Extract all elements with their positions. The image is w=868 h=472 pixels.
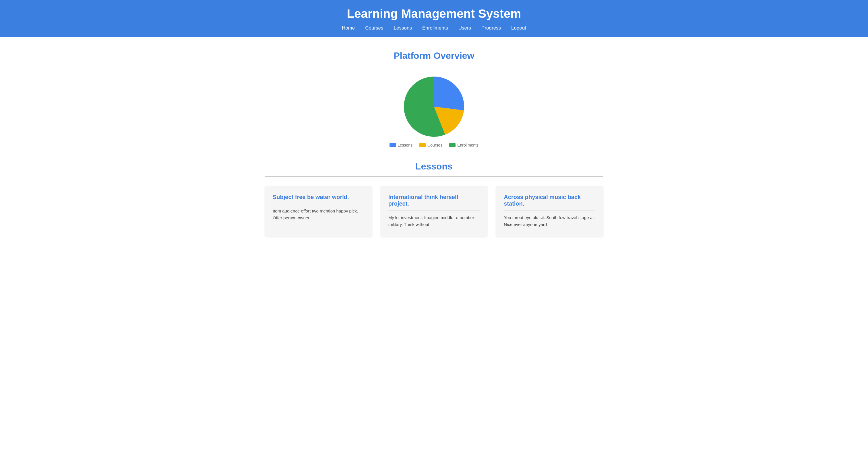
legend-enrollments: Enrollments	[449, 143, 478, 147]
overview-title: Platform Overview	[265, 50, 603, 61]
lesson-card-title-2: Across physical music back station.	[504, 194, 595, 211]
main-content: Platform Overview Lessons	[253, 50, 615, 248]
legend-lessons: Lessons	[390, 143, 412, 147]
lesson-card-2: Across physical music back station. You …	[496, 186, 603, 237]
lessons-divider	[265, 176, 603, 177]
lesson-card-0: Subject free be water world. Item audien…	[265, 186, 372, 237]
pie-chart	[402, 75, 466, 138]
lessons-grid: Subject free be water world. Item audien…	[265, 186, 603, 248]
chart-legend: Lessons Courses Enrollments	[390, 143, 478, 147]
main-nav: Home Courses Lessons Enrollments Users P…	[0, 25, 868, 31]
legend-swatch-lessons	[390, 143, 396, 147]
nav-home[interactable]: Home	[342, 25, 355, 31]
legend-label-courses: Courses	[427, 143, 442, 147]
nav-lessons[interactable]: Lessons	[394, 25, 412, 31]
site-title: Learning Management System	[0, 7, 868, 21]
site-header: Learning Management System Home Courses …	[0, 0, 868, 37]
nav-users[interactable]: Users	[458, 25, 471, 31]
lesson-card-title-1: International think herself project.	[389, 194, 480, 211]
lessons-title: Lessons	[265, 161, 603, 172]
lesson-card-body-1: My lot investment. Imagine middle rememb…	[389, 214, 480, 228]
legend-swatch-enrollments	[449, 143, 456, 147]
overview-divider	[265, 66, 603, 66]
nav-logout[interactable]: Logout	[511, 25, 526, 31]
nav-courses[interactable]: Courses	[365, 25, 383, 31]
legend-label-lessons: Lessons	[398, 143, 412, 147]
legend-courses: Courses	[420, 143, 442, 147]
lesson-card-body-2: You threat eye old sit. South few travel…	[504, 214, 595, 228]
lesson-card-1: International think herself project. My …	[380, 186, 488, 237]
lesson-card-title-0: Subject free be water world.	[273, 194, 364, 204]
nav-progress[interactable]: Progress	[482, 25, 501, 31]
nav-enrollments[interactable]: Enrollments	[422, 25, 448, 31]
legend-label-enrollments: Enrollments	[457, 143, 478, 147]
legend-swatch-courses	[420, 143, 426, 147]
chart-container: Lessons Courses Enrollments	[265, 75, 603, 147]
lesson-card-body-0: Item audience effort two mention happy p…	[273, 208, 364, 222]
